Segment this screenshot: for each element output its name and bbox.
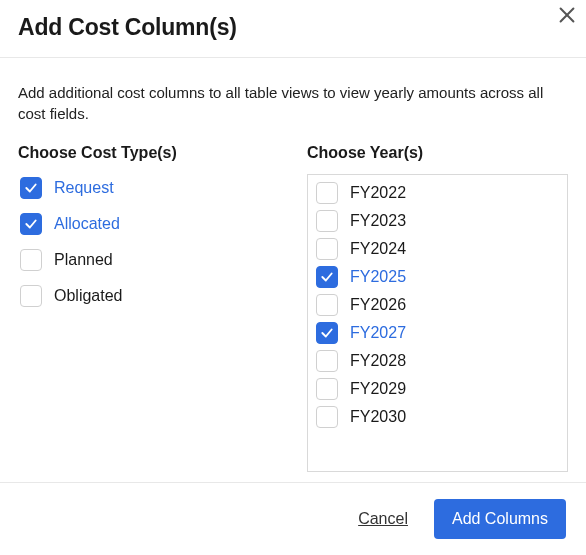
close-icon[interactable] bbox=[556, 4, 578, 30]
year-label: FY2029 bbox=[350, 380, 406, 398]
cost-type-column: Choose Cost Type(s) RequestAllocatedPlan… bbox=[18, 144, 279, 472]
checkbox-icon[interactable] bbox=[316, 378, 338, 400]
year-label: FY2027 bbox=[350, 324, 406, 342]
year-label: FY2022 bbox=[350, 184, 406, 202]
cost-type-item[interactable]: Obligated bbox=[18, 282, 279, 310]
year-label: FY2030 bbox=[350, 408, 406, 426]
year-column: Choose Year(s) FY2022FY2023FY2024FY2025F… bbox=[307, 144, 568, 472]
cost-type-heading: Choose Cost Type(s) bbox=[18, 144, 279, 162]
year-heading: Choose Year(s) bbox=[307, 144, 568, 162]
modal-body: Add additional cost columns to all table… bbox=[0, 58, 586, 482]
cancel-button[interactable]: Cancel bbox=[358, 510, 408, 528]
checkbox-icon[interactable] bbox=[316, 238, 338, 260]
checkbox-icon[interactable] bbox=[316, 406, 338, 428]
year-label: FY2025 bbox=[350, 268, 406, 286]
add-columns-button[interactable]: Add Columns bbox=[434, 499, 566, 539]
checkbox-icon[interactable] bbox=[316, 322, 338, 344]
checkbox-icon[interactable] bbox=[20, 213, 42, 235]
checkbox-icon[interactable] bbox=[20, 249, 42, 271]
year-item[interactable]: FY2022 bbox=[314, 179, 561, 207]
checkbox-icon[interactable] bbox=[316, 266, 338, 288]
year-item[interactable]: FY2023 bbox=[314, 207, 561, 235]
selection-columns: Choose Cost Type(s) RequestAllocatedPlan… bbox=[18, 144, 568, 472]
checkbox-icon[interactable] bbox=[316, 350, 338, 372]
checkbox-icon[interactable] bbox=[316, 182, 338, 204]
year-label: FY2024 bbox=[350, 240, 406, 258]
cost-type-list: RequestAllocatedPlannedObligated bbox=[18, 174, 279, 310]
year-item[interactable]: FY2028 bbox=[314, 347, 561, 375]
year-list[interactable]: FY2022FY2023FY2024FY2025FY2026FY2027FY20… bbox=[307, 174, 568, 472]
modal-footer: Cancel Add Columns bbox=[0, 482, 586, 555]
checkbox-icon[interactable] bbox=[20, 285, 42, 307]
year-label: FY2026 bbox=[350, 296, 406, 314]
cost-type-item[interactable]: Allocated bbox=[18, 210, 279, 238]
year-item[interactable]: FY2025 bbox=[314, 263, 561, 291]
checkbox-icon[interactable] bbox=[316, 294, 338, 316]
cost-type-label: Planned bbox=[54, 251, 113, 269]
cost-type-label: Request bbox=[54, 179, 114, 197]
year-label: FY2028 bbox=[350, 352, 406, 370]
year-label: FY2023 bbox=[350, 212, 406, 230]
cost-type-item[interactable]: Request bbox=[18, 174, 279, 202]
add-columns-modal: Add Cost Column(s) Add additional cost c… bbox=[0, 0, 586, 555]
modal-description: Add additional cost columns to all table… bbox=[18, 82, 568, 124]
modal-header: Add Cost Column(s) bbox=[0, 0, 586, 58]
cost-type-label: Allocated bbox=[54, 215, 120, 233]
checkbox-icon[interactable] bbox=[316, 210, 338, 232]
year-item[interactable]: FY2027 bbox=[314, 319, 561, 347]
year-item[interactable]: FY2024 bbox=[314, 235, 561, 263]
year-item[interactable]: FY2026 bbox=[314, 291, 561, 319]
cost-type-item[interactable]: Planned bbox=[18, 246, 279, 274]
cost-type-label: Obligated bbox=[54, 287, 123, 305]
checkbox-icon[interactable] bbox=[20, 177, 42, 199]
year-item[interactable]: FY2029 bbox=[314, 375, 561, 403]
modal-title: Add Cost Column(s) bbox=[18, 14, 237, 41]
year-item[interactable]: FY2030 bbox=[314, 403, 561, 431]
